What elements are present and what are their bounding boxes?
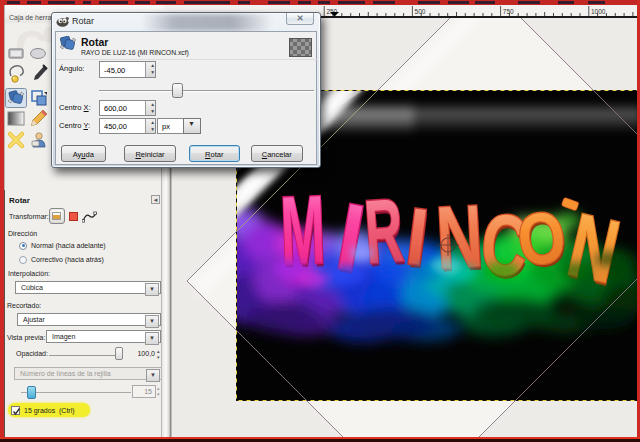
svg-text:750: 750 <box>503 8 514 15</box>
svg-text:1000: 1000 <box>591 8 606 15</box>
svg-text:500: 500 <box>415 8 426 15</box>
